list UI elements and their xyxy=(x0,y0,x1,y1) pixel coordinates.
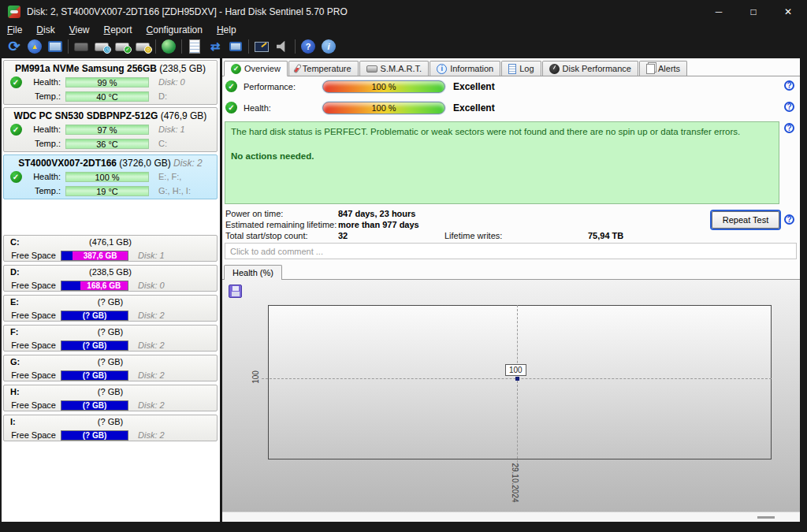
thermometer-icon xyxy=(293,64,302,74)
check-icon: ✓ xyxy=(231,64,241,74)
gauge-icon xyxy=(549,64,560,74)
health-bar: 99 % xyxy=(65,77,149,87)
status-line-2: No actions needed. xyxy=(231,150,773,163)
disk-card-1[interactable]: WDC PC SN530 SDBPNPZ-512G (476,9 GB) ✓ H… xyxy=(3,107,218,152)
partition-card-d[interactable]: (238,5 GB)D: Free Space 168,6 GB Disk: 0 xyxy=(3,265,218,292)
disk-title: PM991a NVMe Samsung 256GB (238,5 GB) xyxy=(4,61,217,74)
chart-point-label: 100 xyxy=(505,364,526,376)
health-ok-icon: ✓ xyxy=(10,171,22,183)
menu-bar: File Disk View Report Configuration Help xyxy=(0,24,807,36)
disk-sidebar: PM991a NVMe Samsung 256GB (238,5 GB) ✓ H… xyxy=(2,58,220,522)
tab-smart[interactable]: S.M.A.R.T. xyxy=(359,61,430,76)
menu-help[interactable]: Help xyxy=(210,24,244,36)
toolbar: ⟳ ▲ ◷ ✓ ○ ⇄ ? i xyxy=(0,36,807,57)
maximize-button[interactable]: □ xyxy=(736,0,771,24)
tab-alerts[interactable]: Alerts xyxy=(639,61,687,76)
menu-report[interactable]: Report xyxy=(97,24,139,36)
statistics: Power on time: 847 days, 23 hours Estima… xyxy=(225,208,698,241)
partition-card-e[interactable]: (? GB)E: Free Space (? GB) Disk: 2 xyxy=(3,295,218,322)
repeat-test-button[interactable]: Repeat Test xyxy=(712,211,779,229)
health-bar: 100 % xyxy=(322,102,445,114)
information-icon[interactable]: i xyxy=(318,38,339,55)
menu-file[interactable]: File xyxy=(0,24,29,36)
acoustic-speaker-icon[interactable] xyxy=(272,38,292,55)
disk-surface-test-icon[interactable]: ○ xyxy=(132,38,153,55)
disk-number: Disk: 1 xyxy=(149,125,185,134)
chart-vertical-gridline xyxy=(517,305,518,471)
online-globe-icon[interactable] xyxy=(158,38,179,55)
health-row: ✓ Health: 100 % Excellent xyxy=(225,101,495,114)
app-window: Disk: 2, ST4000VX007-2DT166 [ZDH95DXV] -… xyxy=(0,0,807,532)
help-icon[interactable]: ? xyxy=(298,38,318,55)
performance-row: ✓ Performance: 100 % Excellent xyxy=(225,80,495,93)
help-repeat-test-icon[interactable]: ? xyxy=(784,214,794,225)
drive-letters: D: xyxy=(149,91,167,101)
ok-icon: ✓ xyxy=(225,102,237,113)
comment-input[interactable] xyxy=(225,243,797,259)
tab-bar: ✓Overview Temperature S.M.A.R.T. iInform… xyxy=(222,61,800,76)
scheduled-disk-icon[interactable]: ◷ xyxy=(91,38,112,55)
help-status-icon[interactable]: ? xyxy=(784,123,794,133)
scrollbar-thumb[interactable] xyxy=(757,516,775,519)
status-line-1: The hard disk status is PERFECT. Problem… xyxy=(231,125,773,139)
partition-card-g[interactable]: (? GB)G: Free Space (? GB) Disk: 2 xyxy=(3,355,218,381)
free-space-bar: (? GB) xyxy=(61,311,128,321)
title-bar: Disk: 2, ST4000VX007-2DT166 [ZDH95DXV] -… xyxy=(0,0,807,24)
drive-letters: C: xyxy=(149,139,167,148)
window-title: Disk: 2, ST4000VX007-2DT166 [ZDH95DXV] -… xyxy=(27,6,348,17)
disk-overview-icon[interactable] xyxy=(45,38,65,55)
disk-icon xyxy=(366,65,377,73)
screen-test-icon[interactable] xyxy=(251,38,272,55)
chart-tab-health[interactable]: Health (%) xyxy=(224,265,282,280)
menu-configuration[interactable]: Configuration xyxy=(139,24,210,36)
tab-log[interactable]: Log xyxy=(501,61,541,76)
report-document-icon[interactable] xyxy=(184,38,205,55)
ok-icon: ✓ xyxy=(225,80,237,92)
network-computers-icon[interactable] xyxy=(225,38,246,55)
detect-disks-icon[interactable] xyxy=(71,38,91,55)
partition-card-h[interactable]: (? GB)H: Free Space (? GB) Disk: 2 xyxy=(3,385,218,411)
performance-bar: 100 % xyxy=(322,80,445,93)
synchronize-icon[interactable]: ⇄ xyxy=(205,38,225,55)
temp-bar: 19 °C xyxy=(65,186,149,196)
menu-disk[interactable]: Disk xyxy=(29,24,61,36)
remaining-lifetime-value: more than 977 days xyxy=(338,220,444,229)
tab-information[interactable]: iInformation xyxy=(430,61,500,76)
health-bar: 100 % xyxy=(65,172,149,182)
menu-view[interactable]: View xyxy=(62,24,97,36)
health-bar: 97 % xyxy=(65,125,149,135)
partition-card-f[interactable]: (? GB)F: Free Space (? GB) Disk: 2 xyxy=(3,325,218,352)
partition-card-i[interactable]: (? GB)I: Free Space (? GB) Disk: 2 xyxy=(3,415,218,441)
chart-scrollbar[interactable] xyxy=(222,512,800,522)
disk-title: WDC PC SN530 SDBPNPZ-512G (476,9 GB) xyxy=(4,108,217,121)
help-health-icon[interactable]: ? xyxy=(784,102,794,112)
chart-plot-area xyxy=(268,305,772,459)
health-rating: Excellent xyxy=(445,102,495,113)
disk-card-2-selected[interactable]: ST4000VX007-2DT166 (3726,0 GB) Disk: 2 ✓… xyxy=(3,154,218,199)
partition-card-c[interactable]: (476,1 GB)C: Free Space 387,6 GB Disk: 1 xyxy=(3,235,218,262)
disk-title: ST4000VX007-2DT166 (3726,0 GB) Disk: 2 xyxy=(4,155,217,169)
tab-disk-performance[interactable]: Disk Performance xyxy=(542,61,638,76)
health-chart-panel: 100 100 29.10.2024 xyxy=(222,279,800,522)
performance-rating: Excellent xyxy=(445,81,495,92)
refresh-icon[interactable]: ⟳ xyxy=(4,38,24,55)
disk-card-0[interactable]: PM991a NVMe Samsung 256GB (238,5 GB) ✓ H… xyxy=(3,60,218,105)
drive-letters: G:, H:, I: xyxy=(149,186,191,195)
temp-bar: 40 °C xyxy=(65,91,149,102)
help-performance-icon[interactable]: ? xyxy=(784,80,794,91)
minimize-button[interactable]: ─ xyxy=(701,0,736,24)
status-text-box: The hard disk status is PERFECT. Problem… xyxy=(225,121,779,204)
free-space-bar: (? GB) xyxy=(61,370,128,381)
free-space-bar: 387,6 GB xyxy=(61,251,128,261)
disk-number: Disk: 0 xyxy=(149,77,185,87)
save-chart-icon[interactable] xyxy=(229,285,242,298)
x-axis-date-label: 29.10.2024 xyxy=(511,463,519,502)
free-space-bar: (? GB) xyxy=(61,400,128,411)
disk-ok-icon[interactable]: ✓ xyxy=(112,38,132,55)
alert-status-icon[interactable]: ▲ xyxy=(24,38,45,55)
close-button[interactable]: ✕ xyxy=(771,0,805,24)
tab-temperature[interactable]: Temperature xyxy=(288,61,359,76)
tab-overview[interactable]: ✓Overview xyxy=(224,61,288,76)
free-space-bar: (? GB) xyxy=(61,430,128,441)
y-axis-tick-label: 100 xyxy=(251,370,260,384)
